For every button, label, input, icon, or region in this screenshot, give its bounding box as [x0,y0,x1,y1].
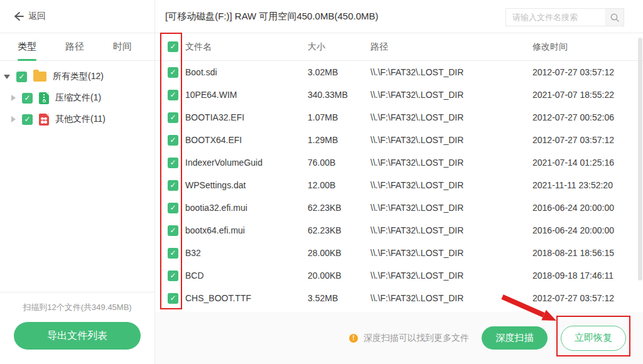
tab-type[interactable]: 类型 [18,33,36,61]
row-checkbox[interactable]: ✓ [168,225,178,236]
table-row[interactable]: ✓ Boot.sdi 3.02MB \\.\F:\FAT32\.LOST_DIR… [155,61,643,83]
tree-item-label: 所有类型(12) [53,71,104,82]
table-row[interactable]: ✓ 10PE64.WIM 340.33MB \\.\F:\FAT32\.LOST… [155,83,643,106]
deep-scan-button[interactable]: 深度扫描 [482,326,548,350]
row-checkbox[interactable]: ✓ [168,67,178,78]
sidebar-tabs: 类型 路径 时间 [0,33,154,61]
column-header-time[interactable]: 修改时间 [532,41,643,53]
row-checkbox[interactable]: ✓ [168,112,178,123]
main-topbar: [可移动磁盘(F:)] RAW 可用空间450.0MB(450.0MB) [155,0,643,33]
back-label: 返回 [28,11,46,22]
file-time-cell: 2021-11-11 23:52:20 [532,180,643,190]
deep-scan-hint-text: 深度扫描可以找到更多文件 [364,333,469,344]
expand-collapse-icon[interactable] [4,75,10,79]
row-checkbox[interactable]: ✓ [168,158,178,168]
file-name-cell: BOOTX64.EFI [185,135,308,145]
folder-icon [33,72,46,82]
expand-collapse-icon[interactable] [11,116,16,122]
file-size-cell: 20.00KB [308,270,370,281]
column-header-name[interactable]: 文件名 [185,41,308,53]
file-size-cell: 340.33MB [308,90,370,100]
table-row[interactable]: ✓ WPSettings.dat 12.00B \\.\F:\FAT32\.LO… [155,174,643,196]
search-button[interactable] [605,8,624,26]
sidebar-footer: 扫描到12个文件(共349.45MB) 导出文件列表 [0,292,154,364]
file-table-body: ✓ Boot.sdi 3.02MB \\.\F:\FAT32\.LOST_DIR… [155,61,643,309]
file-time-cell: 2016-06-24 20:00:00 [532,203,643,213]
file-time-cell: 2012-07-27 03:57:12 [532,135,643,145]
export-file-list-button[interactable]: 导出文件列表 [14,322,141,350]
file-name-cell: bootia32.efi.mui [185,203,308,213]
file-name-cell: BCD [185,270,308,281]
tree-item-archive-files[interactable]: ✓ 压缩文件(1) [0,87,154,109]
row-checkbox[interactable]: ✓ [168,203,178,213]
bottom-action-bar: ! 深度扫描可以找到更多文件 深度扫描 立即恢复 [155,312,643,364]
table-row[interactable]: ✓ CHS_BOOT.TTF 3.52MB \\.\F:\FAT32\.LOST… [155,287,643,309]
file-path-cell: \\.\F:\FAT32\.LOST_DIR [370,67,532,77]
table-row[interactable]: ✓ BOOTIA32.EFI 1.07MB \\.\F:\FAT32\.LOST… [155,106,643,129]
file-path-cell: \\.\F:\FAT32\.LOST_DIR [370,248,532,258]
file-path-cell: \\.\F:\FAT32\.LOST_DIR [370,270,532,281]
file-name-cell: bootx64.efi.mui [185,225,308,235]
main-panel: [可移动磁盘(F:)] RAW 可用空间450.0MB(450.0MB) ✓ 文… [155,0,643,364]
column-header-path[interactable]: 路径 [370,41,532,53]
row-checkbox[interactable]: ✓ [168,293,178,304]
file-size-cell: 28.00KB [308,248,370,258]
file-size-cell: 3.52MB [308,293,370,303]
tree-item-label: 其他文件(11) [55,114,105,125]
file-size-cell: 62.23KB [308,203,370,213]
file-time-cell: 2021-07-14 01:25:16 [532,158,643,168]
file-path-cell: \\.\F:\FAT32\.LOST_DIR [370,90,532,100]
table-row[interactable]: ✓ BOOTX64.EFI 1.29MB \\.\F:\FAT32\.LOST_… [155,129,643,151]
file-size-cell: 1.29MB [308,135,370,145]
file-name-cell: IndexerVolumeGuid [185,158,308,168]
tree-item-other-files[interactable]: ✓ 其他文件(11) [0,109,154,130]
file-path-cell: \\.\F:\FAT32\.LOST_DIR [370,203,532,213]
table-row[interactable]: ✓ B32 28.00KB \\.\F:\FAT32\.LOST_DIR 201… [155,242,643,264]
expand-collapse-icon[interactable] [11,95,16,101]
tab-path[interactable]: 路径 [65,33,84,61]
sidebar-top: 返回 [0,0,154,33]
file-size-cell: 62.23KB [308,225,370,235]
file-path-cell: \\.\F:\FAT32\.LOST_DIR [370,225,532,235]
file-time-cell: 2021-07-07 18:55:22 [532,90,643,100]
table-row[interactable]: ✓ bootia32.efi.mui 62.23KB \\.\F:\FAT32\… [155,196,643,219]
recover-now-button[interactable]: 立即恢复 [561,326,626,351]
file-path-cell: \\.\F:\FAT32\.LOST_DIR [370,158,532,168]
file-size-cell: 3.02MB [308,67,370,77]
scan-summary: 扫描到12个文件(共349.45MB) [0,302,154,313]
file-time-cell: 2012-07-27 00:52:06 [532,112,643,122]
file-path-cell: \\.\F:\FAT32\.LOST_DIR [370,180,532,190]
search-icon [610,13,620,23]
tree-checkbox[interactable]: ✓ [16,72,27,82]
file-size-cell: 76.00B [308,158,370,168]
row-checkbox[interactable]: ✓ [168,90,178,100]
tree-item-all-types[interactable]: ✓ 所有类型(12) [0,66,154,87]
file-path-cell: \\.\F:\FAT32\.LOST_DIR [370,293,532,303]
table-header: ✓ 文件名 大小 路径 修改时间 [155,33,643,61]
file-name-cell: Boot.sdi [185,67,308,77]
row-checkbox[interactable]: ✓ [168,135,178,146]
back-button[interactable]: 返回 [13,11,46,22]
select-all-checkbox[interactable]: ✓ [168,41,178,52]
file-time-cell: 2018-08-21 18:56:15 [532,248,643,258]
tab-time[interactable]: 时间 [113,33,132,61]
table-row[interactable]: ✓ BCD 20.00KB \\.\F:\FAT32\.LOST_DIR 201… [155,264,643,287]
row-checkbox[interactable]: ✓ [168,248,178,259]
row-checkbox[interactable]: ✓ [168,270,178,281]
tree-item-label: 压缩文件(1) [55,92,101,104]
tree-checkbox[interactable]: ✓ [22,93,33,104]
file-recovery-window: 返回 类型 路径 时间 ✓ 所有类型(12) ✓ 压缩文件(1) [0,0,643,364]
table-row[interactable]: ✓ IndexerVolumeGuid 76.00B \\.\F:\FAT32\… [155,151,643,174]
column-header-size[interactable]: 大小 [308,41,370,53]
table-row[interactable]: ✓ bootx64.efi.mui 62.23KB \\.\F:\FAT32\.… [155,219,643,242]
row-checkbox[interactable]: ✓ [168,180,178,191]
tree-checkbox[interactable]: ✓ [22,114,33,125]
deep-scan-hint: ! 深度扫描可以找到更多文件 [349,333,469,344]
search-bar [505,8,624,26]
file-type-tree: ✓ 所有类型(12) ✓ 压缩文件(1) ✓ 其他文件(11) [0,61,154,130]
file-time-cell: 2016-06-24 20:00:00 [532,225,643,235]
file-path-cell: \\.\F:\FAT32\.LOST_DIR [370,135,532,145]
table-scrollbar[interactable] [638,38,642,281]
file-time-cell: 2012-07-27 03:57:12 [532,67,643,77]
search-input[interactable] [505,8,605,26]
